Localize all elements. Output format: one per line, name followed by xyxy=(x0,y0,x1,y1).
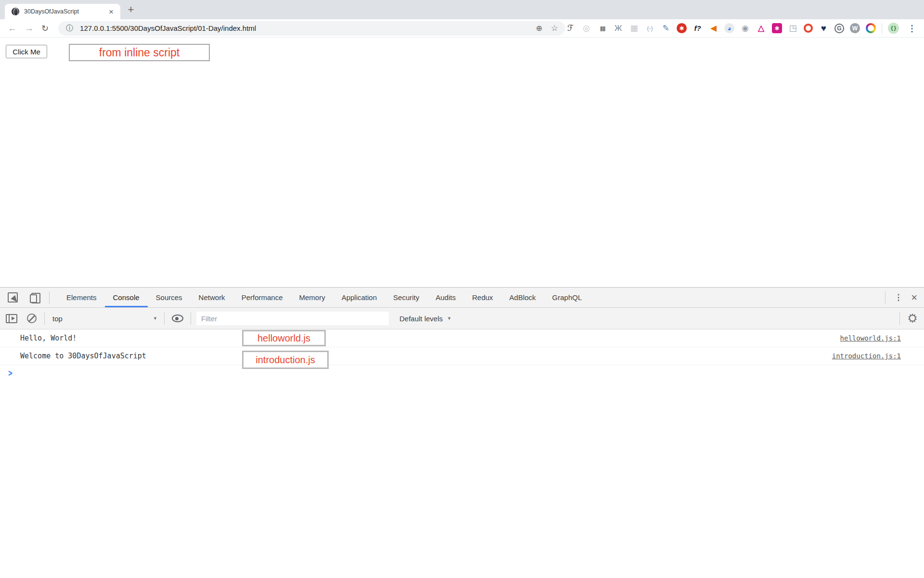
chevron-down-icon: ▼ xyxy=(153,316,157,321)
context-label: top xyxy=(52,315,63,323)
paren-dash-extension-icon[interactable]: (-) xyxy=(645,23,655,33)
console-message-text: Welcome to 30DaysOfJavaScript xyxy=(20,352,832,360)
tab-network[interactable]: Network xyxy=(191,288,233,307)
browser-menu-kebab-icon[interactable]: ⋮ xyxy=(905,23,919,34)
browser-tab[interactable]: 30DaysOfJavaScript × xyxy=(5,4,120,19)
toolbar-divider xyxy=(882,23,882,34)
devtools-tab-bar: Elements Console Sources Network Perform… xyxy=(0,288,924,308)
live-expression-eye-icon[interactable] xyxy=(172,315,183,322)
devtools-tabs: Elements Console Sources Network Perform… xyxy=(58,288,590,307)
camera-extension-icon[interactable]: ◉ xyxy=(740,23,750,33)
console-log-area: Hello, World! helloworld.js:1 Welcome to… xyxy=(0,329,924,578)
extensions-row: ℱ ◎ ▮▮ Ж ▦ (-) ✎ ✱ f? ◀ ◕ ◉ △ ✱ ◳ ♥ G W … xyxy=(565,23,924,34)
devtools-menu-kebab-icon[interactable]: ⋮ xyxy=(894,292,902,302)
divider xyxy=(164,312,165,325)
levels-label: Default levels xyxy=(399,315,443,323)
divider xyxy=(899,312,900,325)
tab-title: 30DaysOfJavaScript xyxy=(24,8,107,15)
megaphone-extension-icon[interactable]: ◀ xyxy=(708,23,719,33)
log-levels-dropdown[interactable]: Default levels ▼ xyxy=(399,315,451,323)
url-text[interactable]: 127.0.0.1:5500/30DaysOfJavaScript/01-Day… xyxy=(80,24,536,32)
grid-extension-icon[interactable]: ▦ xyxy=(629,23,639,33)
eyedropper-extension-icon[interactable]: ✎ xyxy=(661,23,671,33)
triangle-extension-icon[interactable]: △ xyxy=(756,23,766,33)
divider xyxy=(49,291,50,304)
annotation-helloworld-js: helloworld.js xyxy=(242,330,326,346)
tab-adblock[interactable]: AdBlock xyxy=(501,288,544,307)
tab-close-icon[interactable]: × xyxy=(107,8,116,16)
chevron-down-icon: ▼ xyxy=(447,316,451,321)
inline-script-output-box: from inline script xyxy=(69,44,210,61)
gear-square-extension-icon[interactable]: ✱ xyxy=(772,23,782,33)
blocks-arrow-extension-icon[interactable]: ◳ xyxy=(788,23,798,33)
back-icon[interactable]: ← xyxy=(8,24,17,33)
tab-application[interactable]: Application xyxy=(334,288,385,307)
g-circle-extension-icon[interactable]: G xyxy=(834,24,844,33)
annotation-introduction-js: introduction.js xyxy=(242,351,329,369)
site-info-icon[interactable]: ⓘ xyxy=(66,24,73,33)
forward-icon[interactable]: → xyxy=(25,24,34,33)
tab-security[interactable]: Security xyxy=(385,288,427,307)
w-circle-extension-icon[interactable]: W xyxy=(850,23,860,33)
tab-strip: 30DaysOfJavaScript × + xyxy=(0,0,924,19)
shield-ring-extension-icon[interactable] xyxy=(804,24,813,33)
console-settings-gear-icon[interactable]: ⚙ xyxy=(907,313,918,324)
inspect-element-icon[interactable] xyxy=(8,292,18,303)
swirl-extension-icon[interactable]: ◕ xyxy=(724,23,734,33)
f-question-extension-icon[interactable]: f? xyxy=(693,23,703,33)
browser-toolbar: ← → ↻ ⓘ 127.0.0.1:5500/30DaysOfJavaScrip… xyxy=(0,19,924,38)
tab-console[interactable]: Console xyxy=(105,288,148,307)
browser-window: 30DaysOfJavaScript × + ← → ↻ ⓘ 127.0.0.1… xyxy=(0,0,924,578)
page-content: Click Me from inline script xyxy=(0,38,924,287)
address-bar[interactable]: ⓘ 127.0.0.1:5500/30DaysOfJavaScript/01-D… xyxy=(58,21,565,36)
columns-extension-icon[interactable]: ▮▮ xyxy=(597,23,607,33)
font-switcher-extension-icon[interactable]: ℱ xyxy=(565,23,576,33)
prompt-chevron-icon: > xyxy=(8,368,13,379)
click-me-button[interactable]: Click Me xyxy=(6,45,47,58)
source-link[interactable]: introduction.js:1 xyxy=(832,352,901,360)
console-message-text: Hello, World! xyxy=(20,334,840,342)
source-link[interactable]: helloworld.js:1 xyxy=(840,334,901,342)
console-message-row: Welcome to 30DaysOfJavaScript introducti… xyxy=(0,347,924,365)
devtools-close-icon[interactable]: × xyxy=(911,292,917,303)
bug-extension-icon[interactable]: Ж xyxy=(613,23,623,33)
divider xyxy=(885,291,886,304)
new-tab-button[interactable]: + xyxy=(124,3,138,16)
bookmark-star-icon[interactable]: ☆ xyxy=(551,23,558,33)
console-message-row: Hello, World! helloworld.js:1 xyxy=(0,329,924,347)
console-filter-input[interactable] xyxy=(196,312,389,325)
execution-context-selector[interactable]: top ▼ xyxy=(45,315,164,323)
devtools-panel: Elements Console Sources Network Perform… xyxy=(0,287,924,578)
atom-extension-icon[interactable]: ◎ xyxy=(581,23,591,33)
divider xyxy=(191,312,191,325)
tab-elements[interactable]: Elements xyxy=(58,288,105,307)
heart-search-extension-icon[interactable]: ♥ xyxy=(819,23,829,33)
clear-console-icon[interactable] xyxy=(27,314,37,323)
tab-favicon-globe-icon xyxy=(12,8,19,15)
tab-redux[interactable]: Redux xyxy=(464,288,501,307)
rainbow-ring-extension-icon[interactable] xyxy=(866,23,876,33)
json-braces-badge-icon[interactable]: {} xyxy=(888,23,899,34)
tab-performance[interactable]: Performance xyxy=(233,288,291,307)
tab-audits[interactable]: Audits xyxy=(427,288,464,307)
stop-hand-extension-icon[interactable]: ✱ xyxy=(677,23,687,33)
tab-sources[interactable]: Sources xyxy=(148,288,191,307)
reload-icon[interactable]: ↻ xyxy=(41,24,49,33)
zoom-page-icon[interactable]: ⊕ xyxy=(536,24,542,33)
console-prompt[interactable]: > xyxy=(0,365,924,381)
device-toolbar-icon[interactable] xyxy=(29,292,40,303)
console-toolbar: top ▼ Default levels ▼ ⚙ xyxy=(0,308,924,329)
console-sidebar-toggle-icon[interactable] xyxy=(6,314,17,323)
tab-memory[interactable]: Memory xyxy=(291,288,334,307)
tab-graphql[interactable]: GraphQL xyxy=(544,288,590,307)
